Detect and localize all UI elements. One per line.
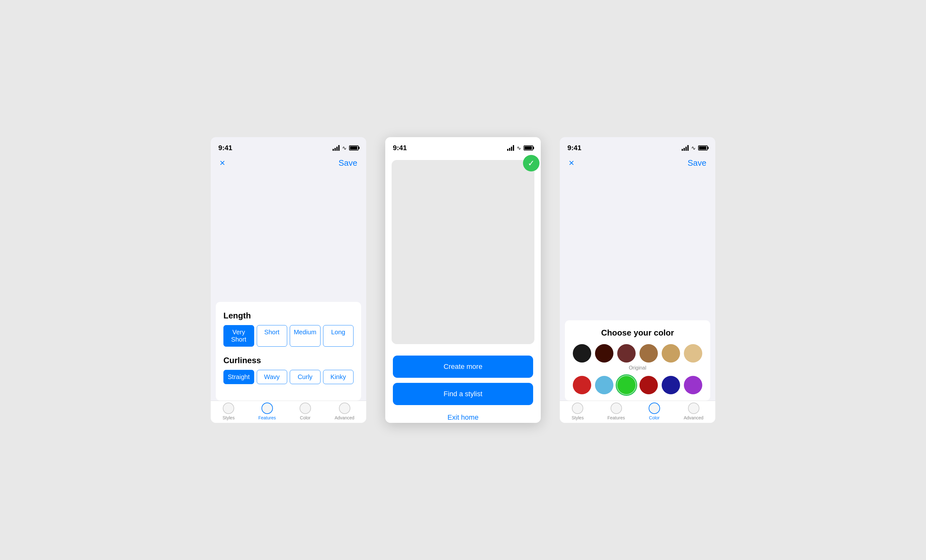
swatch-light-blue[interactable] [595, 376, 613, 394]
nav-bar-1: × Save [211, 155, 366, 171]
status-icons-1: ∿ [333, 145, 359, 151]
hair-preview: ✓ [392, 160, 534, 344]
close-button-1[interactable]: × [219, 157, 225, 168]
battery-icon-2 [524, 145, 533, 150]
pill-medium[interactable]: Medium [290, 325, 321, 347]
pill-long[interactable]: Long [323, 325, 354, 347]
swatch-medium-brown[interactable] [639, 344, 658, 363]
tab-features-icon-1 [262, 403, 273, 414]
check-badge: ✓ [523, 155, 540, 171]
swatch-red[interactable] [573, 376, 591, 394]
tab-advanced-3[interactable]: Advanced [684, 403, 703, 420]
color-panel: Choose your color Original [565, 320, 710, 401]
length-title: Length [223, 311, 354, 321]
create-more-button[interactable]: Create more [393, 356, 533, 378]
status-bar-2: 9:41 ∿ [385, 137, 541, 155]
status-icons-3: ∿ [682, 145, 708, 151]
save-button-3[interactable]: Save [688, 158, 707, 168]
tab-features-label-1: Features [258, 415, 276, 420]
tab-color-label-3: Color [649, 415, 660, 420]
tab-advanced-1[interactable]: Advanced [334, 403, 354, 420]
tab-styles-icon-1 [223, 403, 234, 414]
swatch-dark-red[interactable] [639, 376, 658, 394]
pill-straight[interactable]: Straight [223, 370, 254, 384]
status-time-1: 9:41 [218, 144, 232, 152]
tab-color-3[interactable]: Color [649, 403, 660, 420]
screen-main: 9:41 ∿ ✓ Create more Find a stylist Exit… [385, 137, 541, 423]
pill-very-short[interactable]: Very Short [223, 325, 254, 347]
status-bar-3: 9:41 ∿ [560, 137, 715, 155]
status-time-2: 9:41 [393, 144, 407, 152]
tab-color-1[interactable]: Color [300, 403, 311, 420]
curliness-pill-group: Straight Wavy Curly Kinky [223, 370, 354, 384]
swatch-tan[interactable] [684, 344, 702, 363]
tab-styles-label-1: Styles [222, 415, 235, 420]
color-panel-title: Choose your color [572, 328, 703, 338]
swatch-black[interactable] [573, 344, 591, 363]
tab-bar-1: Styles Features Color Advanced [211, 401, 366, 423]
tab-advanced-icon-1 [339, 403, 350, 414]
color-row-2 [572, 376, 703, 394]
find-stylist-button[interactable]: Find a stylist [393, 383, 533, 405]
swatch-green[interactable] [617, 376, 635, 394]
tab-features-label-3: Features [607, 415, 625, 420]
battery-icon-1 [349, 145, 359, 150]
tab-features-icon-3 [611, 403, 622, 414]
tab-advanced-label-1: Advanced [334, 415, 354, 420]
tab-advanced-icon-3 [688, 403, 699, 414]
pill-wavy[interactable]: Wavy [257, 370, 287, 384]
length-pill-group: Very Short Short Medium Long [223, 325, 354, 347]
save-button-1[interactable]: Save [339, 158, 357, 168]
swatch-navy[interactable] [662, 376, 680, 394]
curliness-title: Curliness [223, 356, 354, 365]
tab-color-label-1: Color [300, 415, 310, 420]
color-row-1 [572, 344, 703, 363]
color-label-row-1: Original [572, 365, 703, 371]
tab-features-1[interactable]: Features [258, 403, 276, 420]
swatch-dark-brown[interactable] [595, 344, 613, 363]
battery-icon-3 [698, 145, 708, 150]
wifi-icon-3: ∿ [691, 145, 696, 151]
status-bar-1: 9:41 ∿ [211, 137, 366, 155]
nav-bar-3: × Save [560, 155, 715, 171]
swatch-dark-tan[interactable] [662, 344, 680, 363]
tab-bar-3: Styles Features Color Advanced [560, 401, 715, 423]
wifi-icon-2: ∿ [517, 145, 521, 151]
pill-kinky[interactable]: Kinky [323, 370, 354, 384]
color-label-original: Original [628, 365, 647, 371]
exit-home-button[interactable]: Exit home [393, 410, 533, 423]
pill-short[interactable]: Short [257, 325, 287, 347]
pill-curly[interactable]: Curly [290, 370, 321, 384]
status-time-3: 9:41 [567, 144, 581, 152]
tab-color-icon-1 [300, 403, 311, 414]
wifi-icon-1: ∿ [342, 145, 346, 151]
tab-styles-1[interactable]: Styles [222, 403, 235, 420]
tab-features-3[interactable]: Features [607, 403, 625, 420]
screen-color: 9:41 ∿ × Save Choose your color O [560, 137, 715, 423]
signal-icon-1 [333, 145, 340, 151]
swatch-purple[interactable] [684, 376, 702, 394]
status-icons-2: ∿ [507, 145, 533, 151]
tab-advanced-label-3: Advanced [684, 415, 703, 420]
signal-icon-3 [682, 145, 688, 151]
tab-color-icon-3 [649, 403, 660, 414]
screen-features: 9:41 ∿ × Save Length Very Short Short Me… [211, 137, 366, 423]
tab-styles-icon-3 [572, 403, 583, 414]
tab-styles-3[interactable]: Styles [572, 403, 584, 420]
swatch-brown[interactable] [617, 344, 635, 363]
signal-icon-2 [507, 145, 514, 151]
tab-styles-label-3: Styles [572, 415, 584, 420]
close-button-3[interactable]: × [569, 157, 574, 168]
features-panel: Length Very Short Short Medium Long Curl… [216, 302, 361, 401]
action-buttons: Create more Find a stylist Exit home [385, 349, 541, 423]
